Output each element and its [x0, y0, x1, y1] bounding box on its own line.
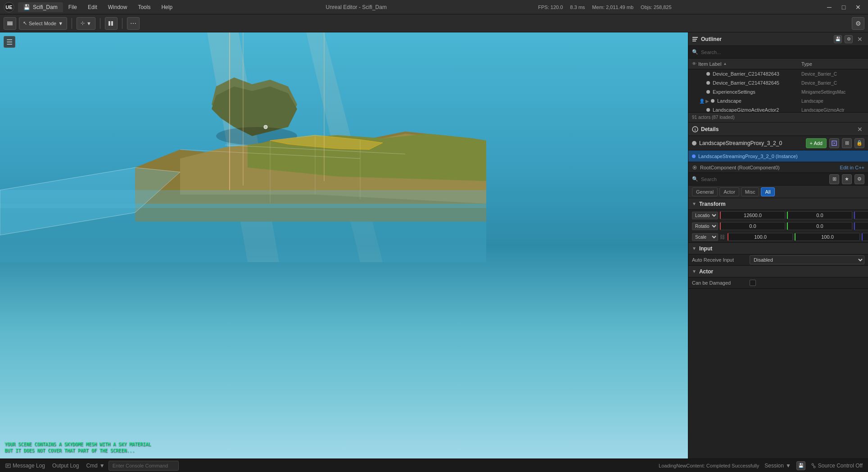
location-z-input[interactable]	[854, 211, 868, 219]
cmd-button[interactable]: Cmd ▼	[84, 462, 106, 470]
details-close-button[interactable]: ✕	[855, 126, 864, 133]
menu-file[interactable]: File	[67, 3, 79, 11]
menu-help[interactable]: Help	[159, 3, 174, 11]
can-be-damaged-checkbox[interactable]	[750, 280, 756, 286]
scale-x-input[interactable]	[728, 233, 793, 241]
filter-tab-general[interactable]: General	[692, 187, 718, 196]
scale-z-input[interactable]	[862, 233, 868, 241]
rotation-dropdown[interactable]: Rotation	[692, 222, 718, 230]
maximize-button[interactable]: □	[837, 2, 850, 12]
svg-rect-29	[692, 37, 698, 38]
scale-y-input[interactable]	[795, 233, 860, 241]
filter-tab-misc[interactable]: Misc	[741, 187, 760, 196]
message-log-label: Message Log	[13, 463, 45, 469]
message-log-button[interactable]: Message Log	[4, 462, 47, 470]
input-section-header[interactable]: ▼ Input	[688, 243, 868, 254]
toolbar-home-button[interactable]	[4, 17, 16, 30]
source-control-icon	[811, 463, 816, 468]
title-bar-controls: ─ □ ✕	[823, 2, 864, 12]
right-panel: Outliner 💾 ⚙ ✕ 🔍 👁 Item Label ▲ Type	[688, 32, 868, 458]
grid-icon-button[interactable]: ⊞	[842, 138, 852, 148]
toolbar-more-button[interactable]: ⋯	[127, 17, 140, 30]
actor-section-header[interactable]: ▼ Actor	[688, 266, 868, 277]
details-filter-tabs: General Actor Misc All	[688, 186, 868, 198]
save-icon-button[interactable]: 💾	[796, 461, 805, 470]
details-search-input[interactable]	[701, 177, 827, 182]
location-x-input[interactable]	[720, 211, 785, 219]
warning-line2: BUT IT DOES NOT COVER THAT PART OF THE S…	[5, 448, 151, 454]
details-grid-view-button[interactable]: ⊞	[829, 174, 839, 184]
rotation-y-input[interactable]	[787, 222, 852, 230]
edit-cpp-button[interactable]: Edit in C++	[840, 165, 864, 170]
landscape-arrow-icon: ▶	[705, 99, 709, 104]
outliner-settings-icon[interactable]: ⚙	[845, 35, 853, 43]
location-y-input[interactable]	[787, 211, 852, 219]
table-row[interactable]: 👤 ▶ Landscape Landscape	[688, 96, 868, 105]
table-row[interactable]: Device_Barrier_C2147482643 Device_Barrie…	[688, 69, 868, 78]
table-row[interactable]: LandscapeGizmoActiveActor2 LandscapeGizm…	[688, 105, 868, 112]
select-mode-button[interactable]: ↖ Select Mode ▼	[19, 17, 67, 30]
toolbar-settings-button[interactable]: ⚙	[852, 17, 864, 30]
lock-icon-button[interactable]: 🔒	[854, 138, 864, 148]
rotation-x-input[interactable]	[720, 222, 785, 230]
toolbar-sep-3	[122, 18, 122, 29]
outliner-panel: Outliner 💾 ⚙ ✕ 🔍 👁 Item Label ▲ Type	[688, 32, 868, 123]
outliner-close-button[interactable]: ✕	[855, 36, 864, 43]
output-log-button[interactable]: Output Log	[50, 462, 81, 470]
svg-rect-43	[6, 464, 10, 467]
ms-display: 8.3 ms	[570, 5, 585, 10]
cmd-wrapper: Cmd ▼	[84, 461, 178, 471]
close-button[interactable]: ✕	[852, 2, 864, 12]
viewport[interactable]: ☰ YOUR SCENE CONTAINS A SKYDOME MESH WIT…	[0, 32, 688, 458]
rotation-z-input[interactable]	[854, 222, 868, 230]
svg-rect-5	[108, 21, 110, 26]
auto-receive-label: Auto Receive Input	[692, 257, 746, 263]
details-more-settings-button[interactable]: ⚙	[854, 174, 864, 184]
outliner-search-input[interactable]	[701, 50, 864, 55]
blueprint-icon-button[interactable]	[829, 138, 839, 148]
svg-rect-6	[111, 21, 113, 26]
menu-window[interactable]: Window	[106, 3, 129, 11]
table-row[interactable]: ExperienceSettings MinigameSettingsMac	[688, 87, 868, 96]
app-logo: UE	[4, 2, 14, 13]
outliner-save-icon[interactable]: 💾	[834, 35, 842, 43]
auto-receive-dropdown[interactable]: Disabled Player 0 Player 1	[750, 255, 864, 264]
transform-arrow: ▼	[86, 21, 91, 26]
can-be-damaged-row: Can be Damaged	[688, 277, 868, 288]
menu-edit[interactable]: Edit	[86, 3, 99, 11]
source-control-button[interactable]: Source Control Off	[809, 462, 864, 470]
console-input[interactable]	[108, 461, 179, 471]
title-bar-menu: File Edit Window Tools Help	[67, 3, 174, 11]
input-section-title: Input	[699, 245, 712, 252]
session-button[interactable]: Session ▼	[763, 462, 793, 470]
details-search-icon: 🔍	[692, 176, 698, 182]
transform-button[interactable]: ⊹ ▼	[77, 17, 95, 30]
add-component-button[interactable]: + Add	[806, 138, 827, 148]
filter-tab-all[interactable]: All	[761, 187, 774, 196]
table-row[interactable]: Device_Barrier_C2147482645 Device_Barrie…	[688, 78, 868, 87]
viewport-menu-button[interactable]: ☰	[4, 36, 15, 48]
minimize-button[interactable]: ─	[823, 2, 836, 12]
scale-chain-icon: ⛓	[720, 234, 725, 240]
project-tab[interactable]: 💾 Scifi_Dam	[18, 2, 63, 12]
filter-tab-actor[interactable]: Actor	[719, 187, 739, 196]
details-instance-row[interactable]: LandscapeStreamingProxy_3_2_0 (Instance)	[688, 150, 868, 162]
details-star-button[interactable]: ★	[842, 174, 852, 184]
actor-arrow-icon: ▼	[692, 269, 696, 274]
can-be-damaged-label: Can be Damaged	[692, 280, 746, 286]
message-log-icon	[5, 463, 11, 468]
menu-tools[interactable]: Tools	[136, 3, 152, 11]
toolbar: ↖ Select Mode ▼ ⊹ ▼ ⋯ ⚙	[0, 14, 868, 32]
main-layout: ☰ YOUR SCENE CONTAINS A SKYDOME MESH WIT…	[0, 32, 868, 458]
input-section-content: Auto Receive Input Disabled Player 0 Pla…	[688, 254, 868, 266]
scale-dropdown[interactable]: Scale	[692, 233, 718, 241]
instance-dot	[692, 154, 696, 158]
fps-display: FPS: 120.0	[538, 5, 563, 10]
location-row: Location ↩	[688, 210, 868, 221]
actor-name: LandscapeStreamingProxy_3_2_0	[699, 140, 803, 146]
play-button[interactable]	[105, 17, 118, 30]
status-bar: Message Log Output Log Cmd ▼ LoadingNewC…	[0, 458, 868, 472]
transform-arrow-icon: ▼	[692, 201, 696, 206]
location-dropdown[interactable]: Location	[692, 212, 718, 219]
transform-section-header[interactable]: ▼ Transform	[688, 198, 868, 210]
